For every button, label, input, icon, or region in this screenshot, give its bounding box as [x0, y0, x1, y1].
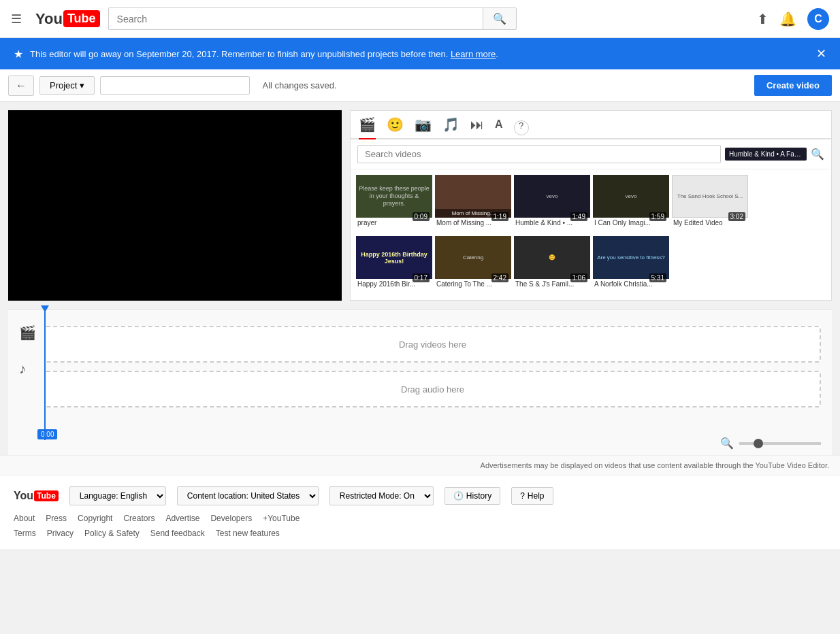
header-right: ⬆ 🔔 C	[757, 8, 829, 30]
star-icon: ★	[14, 48, 23, 61]
audio-track-icon: ♪	[19, 361, 36, 377]
video-duration: 1:06	[570, 273, 587, 282]
footer: YouTube Language: English Content locati…	[0, 475, 840, 549]
youtube-logo[interactable]: YouTube	[35, 10, 100, 28]
featured-video-label: Humble & Kind • A Father's Day Special	[725, 148, 807, 161]
video-duration: 2:42	[491, 273, 508, 282]
footer-link-privacy[interactable]: Privacy	[47, 529, 74, 538]
video-duration: 1:19	[491, 212, 508, 221]
drag-audio-label: Drag audio here	[401, 384, 464, 395]
timeline-container: 🎬 ♪ Drag videos here Drag audio here 0:0…	[0, 309, 840, 455]
timeline-cursor	[44, 311, 46, 440]
tab-text[interactable]: A	[495, 118, 503, 137]
close-banner-button[interactable]: ✕	[816, 46, 826, 61]
back-button[interactable]: ←	[8, 76, 34, 96]
zoom-slider[interactable]	[739, 442, 821, 445]
panel-search-row: Humble & Kind • A Father's Day Special 🔍	[351, 139, 831, 169]
tab-music[interactable]: 🎵	[442, 116, 459, 139]
video-duration: 0:17	[413, 273, 430, 282]
timeline-area: 🎬 ♪ Drag videos here Drag audio here 0:0…	[8, 309, 832, 431]
header: ☰ YouTube 🔍 ⬆ 🔔 C	[0, 0, 840, 38]
drag-videos-label: Drag videos here	[399, 339, 466, 350]
panel-search-button[interactable]: 🔍	[811, 148, 824, 161]
footer-link-developers[interactable]: Developers	[210, 514, 252, 523]
help-button[interactable]: ? Help	[511, 487, 553, 505]
video-thumb-mom[interactable]: Mom of Missing... 1:19 Mom of Missing ..…	[435, 175, 511, 233]
footer-top: YouTube Language: English Content locati…	[14, 486, 826, 505]
restricted-mode-select[interactable]: Restricted Mode: On	[329, 486, 434, 505]
timeline-bottom: 🔍	[8, 431, 832, 455]
timeline-icons: 🎬 ♪	[19, 318, 36, 423]
video-thumb-norfolk[interactable]: Are you sensitive to fitness? 5:31 A Nor…	[593, 236, 669, 295]
language-select[interactable]: Language: English	[69, 486, 166, 505]
cursor-time: 0:00	[37, 429, 57, 439]
video-search-input[interactable]	[357, 145, 721, 163]
video-duration: 1:49	[570, 212, 587, 221]
project-name-input[interactable]	[100, 76, 250, 95]
bell-icon[interactable]: 🔔	[779, 11, 796, 27]
footer-link-terms[interactable]: Terms	[14, 529, 36, 538]
footer-bottom-links: Terms Privacy Policy & Safety Send feedb…	[14, 529, 826, 538]
saved-status: All changes saved.	[262, 80, 748, 90]
video-thumb-humble[interactable]: vevo 1:49 Humble & Kind • ...	[514, 175, 590, 233]
footer-link-policy-safety[interactable]: Policy & Safety	[84, 529, 140, 538]
tab-emoji[interactable]: 🙂	[387, 116, 404, 139]
video-track[interactable]: Drag videos here	[44, 326, 821, 363]
tab-video[interactable]: 🎬	[359, 116, 376, 139]
media-panel: 🎬 🙂 📷 🎵 ⏭ A ? Humble & Kind • A Father's…	[350, 110, 832, 301]
video-duration: 1:59	[649, 212, 666, 221]
panel-tabs: 🎬 🙂 📷 🎵 ⏭ A ?	[351, 111, 831, 139]
video-thumb-catering[interactable]: Catering 2:42 Catering To The ...	[435, 236, 511, 295]
audio-track[interactable]: Drag audio here	[44, 371, 821, 407]
banner-text: This editor will go away on September 20…	[30, 49, 809, 59]
logo-tube: Tube	[63, 10, 100, 27]
tab-photo[interactable]: 📷	[415, 116, 432, 139]
footer-links: About Press Copyright Creators Advertise…	[14, 514, 826, 523]
footer-logo-you: You	[14, 490, 33, 502]
cursor-head	[41, 305, 49, 312]
learn-more-link[interactable]: Learn more	[451, 49, 496, 59]
avatar[interactable]: C	[807, 8, 829, 30]
video-duration: 5:31	[649, 273, 666, 282]
footer-link-advertise[interactable]: Advertise	[165, 514, 199, 523]
editor-toolbar: ← Project ▾ All changes saved. Create vi…	[0, 69, 840, 102]
video-thumb-sj[interactable]: 😊 1:06 The S & J's Famil...	[514, 236, 590, 295]
zoom-icon: 🔍	[720, 437, 734, 450]
video-duration: 3:02	[728, 212, 745, 221]
video-track-icon: 🎬	[19, 324, 36, 341]
footer-link-press[interactable]: Press	[46, 514, 67, 523]
help-icon: ?	[520, 491, 525, 501]
videos-grid: Please keep these people in your thought…	[351, 169, 831, 300]
search-button[interactable]: 🔍	[483, 7, 517, 30]
footer-logo[interactable]: YouTube	[14, 490, 59, 502]
video-thumb-myedited[interactable]: The Sand Hook School S... 3:02 My Edited…	[672, 175, 748, 233]
timeline-tracks: Drag videos here Drag audio here 0:00	[44, 318, 821, 423]
history-button[interactable]: 🕐 History	[445, 487, 500, 505]
logo-you: You	[35, 10, 63, 28]
footer-link-copyright[interactable]: Copyright	[78, 514, 112, 523]
video-preview	[8, 110, 342, 301]
history-icon: 🕐	[453, 491, 464, 501]
editor-banner: ★ This editor will go away on September …	[0, 38, 840, 69]
video-thumb-happy[interactable]: Happy 2016th Birthday Jesus! 0:17 Happy …	[356, 236, 432, 295]
footer-link-creators[interactable]: Creators	[123, 514, 155, 523]
search-input[interactable]	[108, 7, 483, 30]
footer-link-test-features[interactable]: Test new features	[216, 529, 280, 538]
footer-link-send-feedback[interactable]: Send feedback	[150, 529, 205, 538]
menu-icon[interactable]: ☰	[11, 12, 22, 27]
editor-main: 🎬 🙂 📷 🎵 ⏭ A ? Humble & Kind • A Father's…	[0, 102, 840, 309]
video-duration: 0:09	[413, 212, 430, 221]
content-location-select[interactable]: Content location: United States	[177, 486, 319, 505]
footer-link-about[interactable]: About	[14, 514, 35, 523]
upload-icon[interactable]: ⬆	[757, 11, 769, 27]
video-thumb-prayer[interactable]: Please keep these people in your thought…	[356, 175, 432, 233]
video-thumb-imagine[interactable]: vevo 1:59 I Can Only Imagi...	[593, 175, 669, 233]
search-bar: 🔍	[108, 7, 517, 30]
project-dropdown-button[interactable]: Project ▾	[39, 76, 95, 95]
footer-logo-tube: Tube	[34, 490, 59, 501]
create-video-button[interactable]: Create video	[754, 75, 832, 96]
footer-link-youtube-plus[interactable]: +YouTube	[263, 514, 300, 523]
tab-transition[interactable]: ⏭	[470, 117, 484, 139]
ad-text: Advertisements may be displayed on video…	[0, 455, 840, 475]
tab-help[interactable]: ?	[514, 120, 529, 135]
